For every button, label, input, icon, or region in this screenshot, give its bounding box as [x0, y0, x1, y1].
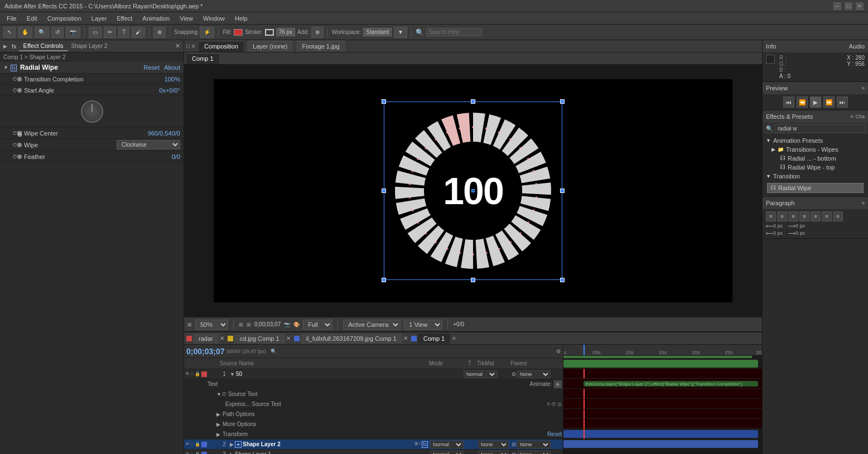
handle-tr[interactable]: [560, 99, 565, 104]
layer-3-parent-select[interactable]: None: [517, 451, 551, 455]
camera-select[interactable]: Active Camera: [343, 320, 401, 330]
snapping-toggle[interactable]: ⚡: [200, 27, 214, 38]
comp-tab-composition[interactable]: Composition: [199, 41, 244, 52]
prop-value-feather[interactable]: 0/0: [172, 153, 180, 160]
effects-menu[interactable]: ≡: [850, 114, 853, 119]
menu-file[interactable]: File: [2, 14, 21, 23]
layer-3-expand[interactable]: ▶: [230, 452, 234, 455]
tool-zoom[interactable]: 🔍: [35, 27, 49, 38]
menu-help[interactable]: Help: [230, 14, 252, 23]
ep-transition[interactable]: ▼ Transition: [763, 172, 868, 181]
transform-reset[interactable]: Reset: [547, 431, 562, 437]
justify-center[interactable]: ≡: [811, 211, 821, 221]
comp1-menu[interactable]: ≡: [452, 335, 456, 341]
paragraph-menu[interactable]: ≡: [862, 200, 865, 206]
window-controls[interactable]: ─ □ ✕: [833, 2, 864, 10]
workspace-dropdown[interactable]: ▼: [394, 27, 407, 38]
layer-2-icon1[interactable]: ⊞: [414, 441, 418, 448]
layer-2-icon2[interactable]: /: [419, 441, 421, 448]
layer-2-fx[interactable]: fx: [422, 441, 428, 448]
comp-tab-layer[interactable]: Layer (none): [247, 41, 293, 52]
layer-2-color[interactable]: [201, 442, 207, 447]
preview-next[interactable]: ⏩: [823, 96, 835, 108]
tool-select[interactable]: ↖: [3, 27, 16, 38]
close-cd-tab[interactable]: ✕: [286, 335, 291, 341]
zoom-select[interactable]: 50% 100% 25%: [195, 320, 228, 330]
ec-dial[interactable]: [81, 100, 103, 123]
source-text-expand[interactable]: ▼: [216, 392, 221, 397]
layer-1-eye[interactable]: 👁: [185, 371, 190, 376]
stopwatch-icon-3[interactable]: ⏱: [12, 131, 17, 136]
layer-2-lock[interactable]: 🔒: [195, 442, 200, 447]
effect-controls-close[interactable]: ✕: [175, 42, 180, 50]
search-input[interactable]: [426, 28, 482, 36]
stopwatch-src[interactable]: ⏱: [221, 392, 227, 397]
ep-transitions-wipes[interactable]: ▶ 📁 Transitions - Wipes: [763, 145, 868, 154]
layer-1-lock[interactable]: 🔒: [195, 371, 200, 376]
justify-all[interactable]: ≡: [833, 211, 843, 221]
ep-radial-top[interactable]: 🎞 Radial Wipe - top: [763, 163, 868, 172]
maximize-button[interactable]: □: [845, 2, 852, 10]
menu-composition[interactable]: Composition: [43, 14, 86, 23]
comp-viewer[interactable]: 100: [184, 65, 762, 317]
prop-value-start-angle[interactable]: 0x+0/0°: [159, 87, 180, 94]
ec-expand-icon[interactable]: ▼: [3, 65, 8, 70]
tool-paint[interactable]: 🖌: [132, 27, 145, 38]
stroke-color[interactable]: [265, 29, 274, 36]
menu-layer[interactable]: Layer: [87, 14, 112, 23]
handle-tl[interactable]: [382, 99, 386, 104]
add-button[interactable]: ⊕: [311, 27, 324, 38]
tool-camera[interactable]: 📷: [66, 27, 80, 38]
layer-2-trkmat-select[interactable]: None: [478, 441, 509, 448]
tool-rect[interactable]: ▭: [89, 27, 102, 38]
ep-radial-bottom[interactable]: 🎞 Radial ... - bottom: [763, 154, 868, 163]
tl-tab-cd[interactable]: cd.jpg Comp 1: [234, 334, 285, 344]
wipe-dropdown[interactable]: Clockwise Counter Clockwise: [117, 140, 180, 149]
ec-reset-button[interactable]: Reset: [144, 64, 160, 71]
ec-collapse-icon[interactable]: ▶: [3, 44, 7, 49]
layer-1-solo[interactable]: ○: [191, 371, 194, 376]
stopwatch-icon-5[interactable]: ⏱: [12, 154, 17, 160]
justify-right[interactable]: ≡: [822, 211, 832, 221]
menu-window[interactable]: Window: [199, 14, 229, 23]
close-button[interactable]: ✕: [856, 2, 864, 10]
preview-play[interactable]: ▶: [810, 96, 821, 108]
transform-expand[interactable]: ▶: [216, 432, 220, 437]
layer-3-solo[interactable]: ○: [191, 452, 194, 454]
quality-select[interactable]: Full Half Auto: [303, 320, 332, 330]
preview-menu[interactable]: ≡: [862, 85, 865, 91]
justify-left[interactable]: ≡: [799, 211, 809, 221]
menu-view[interactable]: View: [175, 14, 197, 23]
close-il-tab[interactable]: ✕: [403, 335, 408, 341]
preview-first[interactable]: ⏮: [783, 96, 794, 108]
express-icon1[interactable]: ⏱: [551, 402, 556, 407]
ep-radial-wipe-item[interactable]: 🎞 Radial Wipe: [767, 183, 864, 193]
handle-ml[interactable]: [382, 189, 386, 193]
ep-animation-presets[interactable]: ▼ Animation Presets: [763, 136, 868, 145]
layer-3-color[interactable]: [201, 452, 207, 455]
handle-bl[interactable]: [382, 278, 386, 282]
tl-tab-radar[interactable]: radar: [193, 334, 219, 344]
handle-bm[interactable]: [471, 278, 475, 282]
fill-color[interactable]: [234, 29, 243, 36]
more-expand[interactable]: ▶: [216, 422, 220, 427]
layer-2-mode-select[interactable]: Normal: [430, 441, 464, 448]
audio-tab[interactable]: Audio: [849, 43, 865, 50]
handle-mr[interactable]: [560, 189, 565, 193]
comp-1-tab[interactable]: Comp 1: [186, 53, 219, 64]
layer-2-solo[interactable]: ○: [191, 442, 194, 447]
ep-search-input[interactable]: [775, 124, 865, 133]
effect-controls-tab[interactable]: Effect Controls: [19, 41, 68, 51]
menu-animation[interactable]: Animation: [138, 14, 174, 23]
tl-tab-il[interactable]: il_fullxfull.263167209.jpg Comp 1: [301, 334, 402, 344]
align-center[interactable]: ≡: [777, 211, 787, 221]
layer-2-parent-select[interactable]: None: [517, 441, 551, 448]
align-left[interactable]: ≡: [766, 211, 776, 221]
layer-2-expand[interactable]: ▶: [230, 442, 234, 447]
layer-1-mode-select[interactable]: Normal: [464, 370, 497, 378]
close-radar-tab[interactable]: ✕: [220, 335, 224, 341]
preview-prev[interactable]: ⏪: [797, 96, 808, 108]
express-icon2[interactable]: ⊙: [557, 402, 562, 407]
menu-edit[interactable]: Edit: [22, 14, 42, 23]
ec-about-button[interactable]: About: [164, 64, 180, 71]
